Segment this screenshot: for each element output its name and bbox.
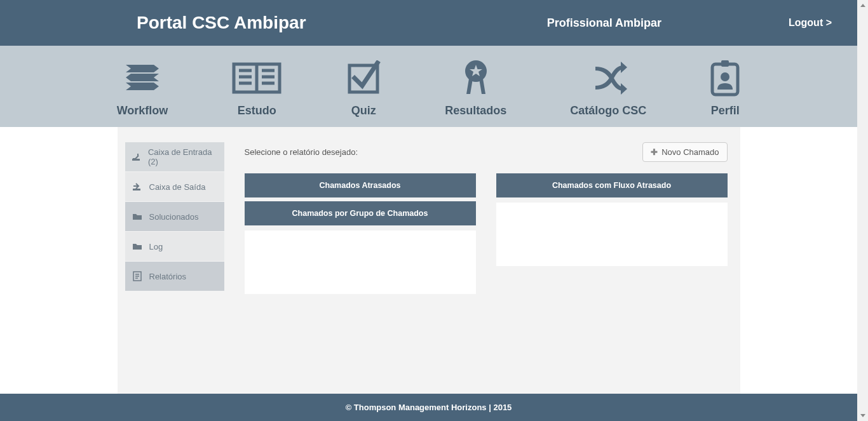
header-bar: Portal CSC Ambipar Profissional Ambipar … [0,0,857,46]
scrollbar-track[interactable] [857,0,868,421]
report-panel-body-left [245,231,476,294]
content-panel: Caixa de Entrada (2) Caixa de Saída Solu… [118,127,740,394]
sidebar-item-solved[interactable]: Solucionados [125,202,224,231]
sidebar-item-label: Caixa de Entrada (2) [148,147,218,166]
nav-label-resultados: Resultados [445,104,506,117]
logout-link[interactable]: Logout > [789,17,832,29]
report-panel-body-right [496,203,728,266]
sidebar-item-label: Log [149,242,163,251]
report-icon [132,271,143,281]
svg-marker-16 [621,62,627,73]
profile-icon [710,56,740,100]
medal-icon [460,56,492,100]
svg-marker-14 [466,79,473,94]
svg-marker-1 [126,74,159,81]
shuffle-icon [589,56,627,100]
nav-label-catalogo: Catálogo CSC [570,104,646,117]
svg-marker-0 [126,65,159,72]
scrollbar-up-button[interactable] [857,0,868,11]
sidebar-item-outbox[interactable]: Caixa de Saída [125,172,224,201]
sidebar-item-label: Caixa de Saída [149,182,206,192]
current-user-label: Profissional Ambipar [547,17,661,30]
footer-text: © Thompson Management Horizons | 2015 [346,403,512,412]
nav-label-estudo: Estudo [238,104,276,117]
folder-icon [132,243,143,250]
nav-label-perfil: Perfil [711,104,740,117]
report-btn-por-grupo[interactable]: Chamados por Grupo de Chamados [245,201,476,225]
scrollbar-down-button[interactable] [857,410,868,421]
nav-item-quiz[interactable]: Quiz [346,56,381,117]
svg-rect-22 [133,189,140,190]
workflow-icon [122,56,163,100]
main-area: Selecione o relatório desejado: ✚ Novo C… [232,127,740,381]
folder-icon [132,213,143,220]
svg-rect-21 [132,159,140,161]
svg-marker-15 [479,79,485,94]
nav-item-catalogo[interactable]: Catálogo CSC [570,56,646,117]
sidebar-item-log[interactable]: Log [125,232,224,261]
report-btn-atrasados[interactable]: Chamados Atrasados [245,173,476,197]
nav-item-estudo[interactable]: Estudo [231,56,282,117]
outbox-icon [132,182,143,191]
checkbox-icon [346,56,381,100]
sidebar-item-inbox[interactable]: Caixa de Entrada (2) [125,142,224,171]
svg-marker-17 [621,83,627,95]
new-ticket-label: Novo Chamado [661,147,719,157]
nav-item-resultados[interactable]: Resultados [445,56,506,117]
sidebar-item-label: Solucionados [149,212,199,222]
sidebar-item-label: Relatórios [149,272,187,281]
app-title: Portal CSC Ambipar [137,13,306,33]
top-nav: Workflow Estudo [0,46,857,127]
instruction-text: Selecione o relatório desejado: [245,147,358,157]
nav-item-perfil[interactable]: Perfil [710,56,740,117]
nav-label-quiz: Quiz [351,104,376,117]
sidebar-item-reports[interactable]: Relatórios [125,262,224,291]
book-icon [231,56,282,100]
report-btn-fluxo-atrasado[interactable]: Chamados com Fluxo Atrasado [496,173,728,197]
svg-marker-2 [126,83,159,90]
sidebar: Caixa de Entrada (2) Caixa de Saída Solu… [118,127,232,381]
nav-item-workflow[interactable]: Workflow [117,56,168,117]
svg-rect-19 [721,60,729,67]
footer: © Thompson Management Horizons | 2015 [0,394,857,421]
svg-point-20 [721,72,729,81]
inbox-icon [132,152,142,161]
new-ticket-button[interactable]: ✚ Novo Chamado [642,142,727,162]
nav-label-workflow: Workflow [117,104,168,117]
plus-icon: ✚ [651,147,658,157]
